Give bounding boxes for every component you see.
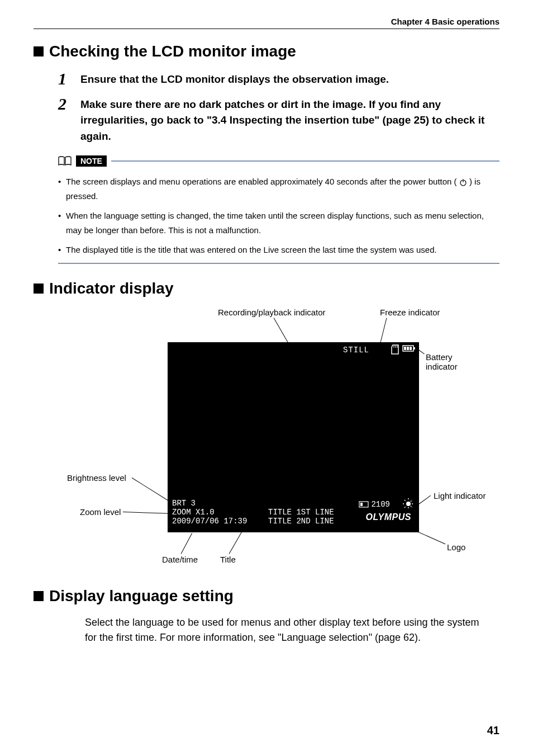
note-rule bbox=[111, 160, 499, 162]
screen-brightness-text: BRT 3 bbox=[172, 499, 196, 508]
step-1: 1 Ensure that the LCD monitor displays t… bbox=[58, 70, 499, 88]
svg-rect-6 bbox=[413, 347, 415, 349]
note-item: The screen displays and menu operations … bbox=[58, 174, 499, 203]
screen-card-number-text: 2109 bbox=[371, 500, 390, 509]
svg-line-19 bbox=[404, 506, 406, 508]
svg-rect-8 bbox=[407, 347, 409, 350]
sd-card-icon bbox=[391, 344, 400, 355]
step-text: Ensure that the LCD monitor displays the… bbox=[80, 70, 389, 88]
svg-point-12 bbox=[406, 502, 411, 506]
square-bullet-icon bbox=[34, 591, 44, 601]
body-paragraph: Select the language to be used for menus… bbox=[85, 615, 488, 645]
power-icon bbox=[459, 178, 467, 186]
indicator-diagram: Recording/playback indicator Freeze indi… bbox=[50, 308, 486, 576]
svg-line-20 bbox=[411, 500, 412, 502]
svg-line-17 bbox=[404, 500, 406, 502]
svg-rect-11 bbox=[360, 503, 363, 506]
chapter-header: Chapter 4 Basic operations bbox=[34, 17, 499, 29]
step-2: 2 Make sure there are no dark patches or… bbox=[58, 96, 499, 145]
screen-zoom-text: ZOOM X1.0 bbox=[172, 508, 215, 517]
screen-title1-text: TITLE 1ST LINE bbox=[268, 508, 334, 517]
note-item: The displayed title is the title that wa… bbox=[58, 243, 499, 257]
note-text-a: The screen displays and menu operations … bbox=[66, 177, 457, 186]
leader-line bbox=[132, 478, 171, 502]
section-heading-indicator: Indicator display bbox=[34, 280, 499, 297]
screen-datetime-text: 2009/07/06 17:39 bbox=[172, 517, 247, 526]
step-number: 2 bbox=[58, 96, 80, 145]
note-bar: NOTE bbox=[58, 155, 499, 167]
screen-title2-text: TITLE 2ND LINE bbox=[268, 517, 334, 526]
section-heading-text: Checking the LCD monitor image bbox=[49, 42, 296, 60]
section-heading-text: Indicator display bbox=[49, 280, 174, 297]
callout-title: Title bbox=[220, 555, 236, 564]
page-number: 41 bbox=[487, 724, 499, 737]
callout-datetime: Date/time bbox=[162, 555, 198, 564]
light-indicator-icon bbox=[402, 498, 415, 510]
callout-recording: Recording/playback indicator bbox=[218, 308, 326, 317]
screen-card-number: 2109 bbox=[359, 500, 390, 509]
lcd-screen: STILL BRT 3 ZOOM X1.0 2009/07/06 17:39 T… bbox=[168, 342, 419, 532]
callout-zoom: Zoom level bbox=[80, 507, 121, 517]
callout-freeze: Freeze indicator bbox=[380, 308, 440, 317]
step-number: 1 bbox=[58, 70, 80, 88]
battery-icon bbox=[402, 344, 416, 352]
leader-line bbox=[181, 533, 193, 554]
callout-brightness: Brightness level bbox=[67, 473, 126, 483]
note-item: When the language setting is changed, th… bbox=[58, 209, 499, 237]
note-label: NOTE bbox=[76, 155, 107, 167]
callout-battery: Battery indicator bbox=[426, 352, 486, 371]
section-heading-language: Display language setting bbox=[34, 587, 499, 605]
svg-rect-7 bbox=[404, 347, 406, 350]
svg-rect-9 bbox=[410, 347, 412, 350]
note-end-rule bbox=[58, 263, 499, 264]
square-bullet-icon bbox=[34, 284, 44, 294]
note-list: The screen displays and menu operations … bbox=[58, 174, 499, 257]
callout-logo: Logo bbox=[447, 542, 465, 552]
screen-still-text: STILL bbox=[343, 346, 369, 355]
section-heading-text: Display language setting bbox=[49, 587, 234, 605]
svg-line-18 bbox=[411, 506, 412, 508]
square-bullet-icon bbox=[34, 46, 44, 56]
section-heading-checking: Checking the LCD monitor image bbox=[34, 42, 499, 60]
book-icon bbox=[58, 156, 72, 166]
screen-logo-text: OLYMPUS bbox=[366, 512, 411, 522]
callout-light: Light indicator bbox=[434, 491, 486, 500]
leader-line bbox=[229, 530, 243, 554]
leader-line bbox=[123, 512, 172, 514]
step-text: Make sure there are no dark patches or d… bbox=[80, 96, 499, 145]
card-small-icon bbox=[359, 501, 369, 508]
